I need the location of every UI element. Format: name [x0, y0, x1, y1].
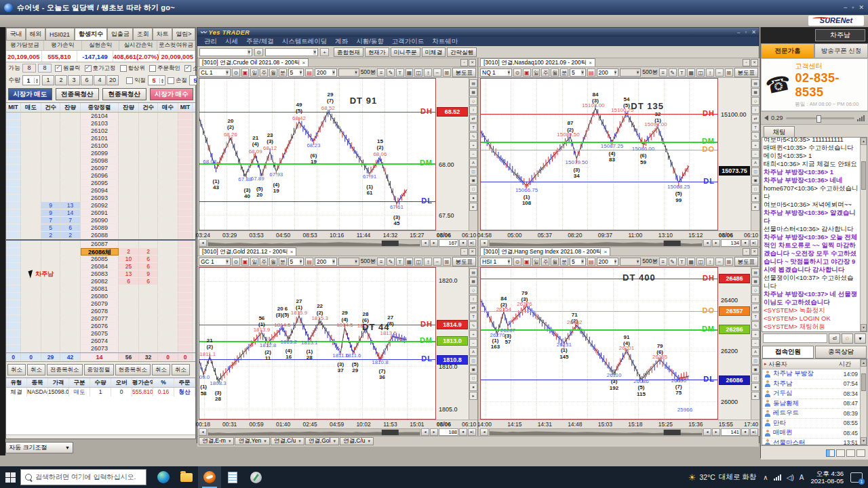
- period-button[interactable]: 월: [269, 68, 277, 77]
- ladder-cell[interactable]: [119, 113, 139, 120]
- chart-tool-icon[interactable]: ∿: [469, 132, 477, 140]
- ladder-cell[interactable]: 26089: [81, 224, 119, 232]
- chart-tool-icon[interactable]: ▦: [469, 88, 477, 96]
- chart-tool-icon[interactable]: □: [469, 185, 477, 193]
- ladder-cell[interactable]: 7: [60, 217, 81, 224]
- scroll-down-icon[interactable]: ▼: [861, 324, 867, 331]
- ladder-cell[interactable]: [21, 263, 41, 270]
- ladder-cell[interactable]: 26097: [81, 165, 119, 172]
- chart-tool-icon[interactable]: ▦: [406, 258, 414, 266]
- minimize-icon[interactable]: ‒: [844, 4, 847, 11]
- ladder-cell[interactable]: [119, 241, 139, 248]
- ladder-cell[interactable]: [6, 293, 21, 300]
- ladder-cell[interactable]: [21, 270, 41, 278]
- system-tray[interactable]: ∧ ◁) A: [763, 474, 804, 481]
- ladder-cell[interactable]: [41, 195, 60, 202]
- chart-type-button[interactable]: 봉도표: [734, 68, 759, 77]
- taskbar-app-edge[interactable]: [152, 466, 175, 488]
- ladder-cell[interactable]: [158, 202, 178, 209]
- ladder-cell[interactable]: 2: [139, 248, 158, 256]
- ladder-cell[interactable]: [21, 315, 41, 323]
- ladder-cell[interactable]: [178, 209, 193, 217]
- flag-icon[interactable]: ▣: [523, 258, 531, 266]
- fills-cell[interactable]: 0.16: [153, 388, 174, 396]
- chart-scrollbar[interactable]: ◂◂▸134●▸|: [479, 239, 760, 247]
- ladder-cell[interactable]: [139, 345, 158, 352]
- close-icon[interactable]: ✕: [859, 4, 864, 11]
- ladder-cell[interactable]: [158, 323, 178, 330]
- chart-tool-icon[interactable]: ▦: [751, 277, 760, 285]
- linked-chart-tab[interactable]: 연결,C/u▾: [271, 437, 304, 445]
- window-button-icon[interactable]: ✕: [751, 248, 758, 256]
- ladder-cell[interactable]: 25: [119, 263, 139, 270]
- chart-tool-icon[interactable]: ▸: [469, 392, 477, 400]
- volume-slider-thumb[interactable]: [816, 115, 821, 123]
- taskbar-search[interactable]: 검색하려면 여기에 입력하십시오.: [20, 469, 146, 485]
- chart-tool-icon[interactable]: ◫: [751, 167, 760, 176]
- chart-tool-icon[interactable]: ≡: [377, 258, 385, 266]
- ladder-cell[interactable]: [21, 345, 41, 352]
- ladder-cell[interactable]: [178, 270, 193, 278]
- menu-item[interactable]: 시세: [225, 37, 238, 46]
- nav-prev-icon[interactable]: ◂: [421, 239, 429, 247]
- user-row[interactable]: 선물마스터 13:51: [762, 439, 860, 445]
- ladder-cell[interactable]: 26102: [81, 127, 119, 135]
- chart-tool-icon[interactable]: ▦: [469, 277, 477, 285]
- scroll-up-icon[interactable]: ▲: [861, 138, 867, 145]
- scroll-left-icon[interactable]: ◂: [480, 428, 488, 436]
- minute-select[interactable]: 5▾: [288, 68, 304, 77]
- ladder-cell[interactable]: [178, 165, 193, 172]
- ladder-cell[interactable]: [178, 232, 193, 239]
- chart-tool-icon[interactable]: ↕: [751, 295, 760, 303]
- chart-tool-icon[interactable]: ▸: [751, 203, 760, 211]
- ladder-cell[interactable]: [139, 330, 158, 338]
- cancel-button[interactable]: 취소: [7, 364, 26, 375]
- chart-tool-icon[interactable]: −: [469, 339, 477, 347]
- chart-tool-icon[interactable]: ✎: [669, 258, 677, 266]
- ladder-cell[interactable]: [139, 338, 158, 345]
- ladder-cell[interactable]: [119, 338, 139, 345]
- ladder-cell[interactable]: [41, 278, 60, 285]
- ladder-cell[interactable]: 26077: [81, 315, 119, 323]
- ladder-cell[interactable]: [178, 278, 193, 285]
- ladder-cell[interactable]: [139, 135, 158, 142]
- ladder-cell[interactable]: [60, 293, 81, 300]
- fills-cell[interactable]: 1: [90, 388, 111, 396]
- ladder-cell[interactable]: [119, 293, 139, 300]
- quick-button[interactable]: 미니주문: [391, 47, 420, 57]
- chart-tool-icon[interactable]: T: [751, 123, 760, 131]
- ladder-cell[interactable]: [6, 224, 21, 232]
- chart-tool-icon[interactable]: ⊞: [725, 68, 733, 77]
- ladder-cell[interactable]: 9: [139, 270, 158, 278]
- ladder-cell[interactable]: [6, 285, 21, 293]
- chart-tool-icon[interactable]: T: [751, 312, 760, 321]
- user-row[interactable]: 매매퀸 08:45: [762, 428, 860, 439]
- period-button[interactable]: 주: [541, 258, 549, 266]
- ladder-cell[interactable]: [6, 323, 21, 330]
- chart-tool-icon[interactable]: +: [469, 141, 477, 149]
- ladder-cell[interactable]: [158, 278, 178, 285]
- chart-tool-icon[interactable]: ↕: [706, 68, 714, 77]
- chart-scrollbar[interactable]: ◂◂▸188●▸|: [197, 428, 477, 436]
- ladder-cell[interactable]: [41, 263, 60, 270]
- restore-icon[interactable]: ▫: [745, 29, 747, 35]
- ladder-cell[interactable]: [41, 157, 60, 165]
- ladder-cell[interactable]: [178, 285, 193, 293]
- ladder-cell[interactable]: 26092: [81, 202, 119, 209]
- ladder-cell[interactable]: 26086체: [81, 248, 119, 256]
- close-icon[interactable]: ×: [604, 249, 607, 255]
- ladder-cell[interactable]: 26101: [81, 135, 119, 142]
- take-profit-stepper[interactable]: 5▲▼: [148, 75, 165, 85]
- fills-cell[interactable]: 청산: [174, 388, 195, 396]
- chart-tool-icon[interactable]: −: [715, 68, 724, 77]
- chart-tool-icon[interactable]: ⇄: [751, 304, 760, 312]
- add-icon[interactable]: +: [320, 48, 329, 56]
- ladder-cell[interactable]: [21, 135, 41, 142]
- ladder-cell[interactable]: [139, 195, 158, 202]
- minute-select[interactable]: 5▾: [570, 258, 586, 266]
- symbol-select[interactable]: NQ 1▾: [480, 68, 512, 77]
- chevron-up-icon[interactable]: ∧: [763, 474, 768, 481]
- ladder-cell[interactable]: [41, 142, 60, 150]
- ladder-cell[interactable]: [158, 232, 178, 239]
- chart-tool-icon[interactable]: □: [751, 185, 760, 193]
